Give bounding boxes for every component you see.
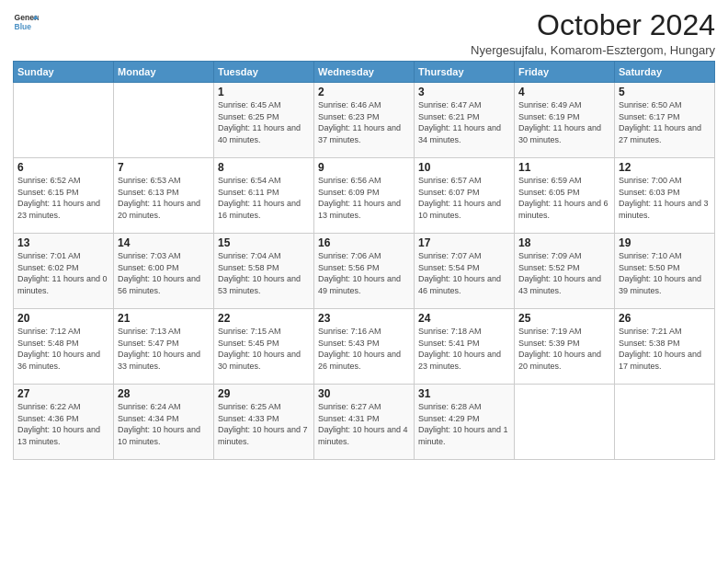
day-number: 25 xyxy=(518,312,610,325)
day-number: 2 xyxy=(318,86,410,98)
day-detail: Sunrise: 6:52 AM Sunset: 6:15 PM Dayligh… xyxy=(17,175,109,221)
calendar-header-wednesday: Wednesday xyxy=(314,62,415,83)
day-number: 26 xyxy=(619,312,711,325)
calendar-cell: 26Sunrise: 7:21 AM Sunset: 5:38 PM Dayli… xyxy=(615,309,715,385)
calendar-week-5: 27Sunrise: 6:22 AM Sunset: 4:36 PM Dayli… xyxy=(14,385,715,460)
day-number: 12 xyxy=(619,161,711,174)
logo-icon: General Blue xyxy=(13,9,39,35)
calendar-cell: 12Sunrise: 7:00 AM Sunset: 6:03 PM Dayli… xyxy=(615,158,715,234)
day-detail: Sunrise: 6:57 AM Sunset: 6:07 PM Dayligh… xyxy=(418,175,510,221)
day-number: 18 xyxy=(518,236,610,249)
day-number: 1 xyxy=(218,86,310,98)
page: General Blue October 2024 Nyergesujfalu,… xyxy=(0,0,728,563)
day-number: 21 xyxy=(118,312,210,325)
day-detail: Sunrise: 7:09 AM Sunset: 5:52 PM Dayligh… xyxy=(518,250,610,296)
header: General Blue October 2024 Nyergesujfalu,… xyxy=(13,9,715,57)
day-number: 19 xyxy=(619,236,711,249)
day-detail: Sunrise: 7:01 AM Sunset: 6:02 PM Dayligh… xyxy=(17,250,109,296)
day-number: 5 xyxy=(619,86,711,98)
calendar-cell: 15Sunrise: 7:04 AM Sunset: 5:58 PM Dayli… xyxy=(214,234,314,309)
day-number: 22 xyxy=(218,312,310,325)
calendar-cell: 18Sunrise: 7:09 AM Sunset: 5:52 PM Dayli… xyxy=(515,234,615,309)
day-number: 24 xyxy=(418,312,510,325)
calendar-cell: 13Sunrise: 7:01 AM Sunset: 6:02 PM Dayli… xyxy=(14,234,114,309)
logo: General Blue xyxy=(13,9,39,35)
day-number: 27 xyxy=(17,387,109,400)
day-number: 7 xyxy=(118,161,210,174)
day-detail: Sunrise: 7:19 AM Sunset: 5:39 PM Dayligh… xyxy=(518,326,610,372)
day-number: 15 xyxy=(218,236,310,249)
day-number: 28 xyxy=(118,387,210,400)
calendar-cell: 25Sunrise: 7:19 AM Sunset: 5:39 PM Dayli… xyxy=(515,309,615,385)
calendar-cell: 28Sunrise: 6:24 AM Sunset: 4:34 PM Dayli… xyxy=(114,385,214,460)
calendar-cell: 8Sunrise: 6:54 AM Sunset: 6:11 PM Daylig… xyxy=(214,158,314,234)
calendar-cell: 1Sunrise: 6:45 AM Sunset: 6:25 PM Daylig… xyxy=(214,83,314,158)
calendar-cell: 2Sunrise: 6:46 AM Sunset: 6:23 PM Daylig… xyxy=(314,83,415,158)
day-detail: Sunrise: 6:50 AM Sunset: 6:17 PM Dayligh… xyxy=(619,99,711,145)
day-detail: Sunrise: 7:16 AM Sunset: 5:43 PM Dayligh… xyxy=(318,326,410,372)
calendar-cell xyxy=(14,83,114,158)
day-detail: Sunrise: 7:15 AM Sunset: 5:45 PM Dayligh… xyxy=(218,326,310,372)
calendar-cell: 29Sunrise: 6:25 AM Sunset: 4:33 PM Dayli… xyxy=(214,385,314,460)
calendar-cell: 30Sunrise: 6:27 AM Sunset: 4:31 PM Dayli… xyxy=(314,385,415,460)
month-title: October 2024 xyxy=(471,9,715,41)
day-number: 14 xyxy=(118,236,210,249)
calendar-header-row: SundayMondayTuesdayWednesdayThursdayFrid… xyxy=(14,62,715,83)
day-detail: Sunrise: 6:53 AM Sunset: 6:13 PM Dayligh… xyxy=(118,175,210,221)
day-detail: Sunrise: 6:54 AM Sunset: 6:11 PM Dayligh… xyxy=(218,175,310,221)
calendar-week-4: 20Sunrise: 7:12 AM Sunset: 5:48 PM Dayli… xyxy=(14,309,715,385)
day-detail: Sunrise: 6:27 AM Sunset: 4:31 PM Dayligh… xyxy=(318,401,410,447)
day-number: 13 xyxy=(17,236,109,249)
day-detail: Sunrise: 7:18 AM Sunset: 5:41 PM Dayligh… xyxy=(418,326,510,372)
day-number: 23 xyxy=(318,312,410,325)
day-detail: Sunrise: 6:45 AM Sunset: 6:25 PM Dayligh… xyxy=(218,99,310,145)
calendar-cell: 24Sunrise: 7:18 AM Sunset: 5:41 PM Dayli… xyxy=(415,309,515,385)
calendar-cell: 14Sunrise: 7:03 AM Sunset: 6:00 PM Dayli… xyxy=(114,234,214,309)
calendar-header-friday: Friday xyxy=(515,62,615,83)
day-number: 11 xyxy=(518,161,610,174)
day-detail: Sunrise: 6:24 AM Sunset: 4:34 PM Dayligh… xyxy=(118,401,210,447)
day-detail: Sunrise: 7:21 AM Sunset: 5:38 PM Dayligh… xyxy=(619,326,711,372)
calendar-cell: 7Sunrise: 6:53 AM Sunset: 6:13 PM Daylig… xyxy=(114,158,214,234)
day-detail: Sunrise: 7:13 AM Sunset: 5:47 PM Dayligh… xyxy=(118,326,210,372)
day-number: 10 xyxy=(418,161,510,174)
day-detail: Sunrise: 7:00 AM Sunset: 6:03 PM Dayligh… xyxy=(619,175,711,221)
title-block: October 2024 Nyergesujfalu, Komarom-Eszt… xyxy=(471,9,715,57)
calendar-cell: 4Sunrise: 6:49 AM Sunset: 6:19 PM Daylig… xyxy=(515,83,615,158)
day-detail: Sunrise: 6:59 AM Sunset: 6:05 PM Dayligh… xyxy=(518,175,610,221)
day-number: 9 xyxy=(318,161,410,174)
day-detail: Sunrise: 7:06 AM Sunset: 5:56 PM Dayligh… xyxy=(318,250,410,296)
calendar-cell: 3Sunrise: 6:47 AM Sunset: 6:21 PM Daylig… xyxy=(415,83,515,158)
day-number: 31 xyxy=(418,387,510,400)
calendar-header-saturday: Saturday xyxy=(615,62,715,83)
day-number: 4 xyxy=(518,86,610,98)
location: Nyergesujfalu, Komarom-Esztergom, Hungar… xyxy=(471,43,715,57)
calendar-cell: 9Sunrise: 6:56 AM Sunset: 6:09 PM Daylig… xyxy=(314,158,415,234)
calendar-header-sunday: Sunday xyxy=(14,62,114,83)
calendar-header-tuesday: Tuesday xyxy=(214,62,314,83)
calendar-cell: 11Sunrise: 6:59 AM Sunset: 6:05 PM Dayli… xyxy=(515,158,615,234)
calendar-cell: 21Sunrise: 7:13 AM Sunset: 5:47 PM Dayli… xyxy=(114,309,214,385)
day-detail: Sunrise: 7:07 AM Sunset: 5:54 PM Dayligh… xyxy=(418,250,510,296)
calendar-week-1: 1Sunrise: 6:45 AM Sunset: 6:25 PM Daylig… xyxy=(14,83,715,158)
calendar-cell: 31Sunrise: 6:28 AM Sunset: 4:29 PM Dayli… xyxy=(415,385,515,460)
calendar-cell: 23Sunrise: 7:16 AM Sunset: 5:43 PM Dayli… xyxy=(314,309,415,385)
calendar-cell: 6Sunrise: 6:52 AM Sunset: 6:15 PM Daylig… xyxy=(14,158,114,234)
day-detail: Sunrise: 6:25 AM Sunset: 4:33 PM Dayligh… xyxy=(218,401,310,447)
day-detail: Sunrise: 7:12 AM Sunset: 5:48 PM Dayligh… xyxy=(17,326,109,372)
day-detail: Sunrise: 6:22 AM Sunset: 4:36 PM Dayligh… xyxy=(17,401,109,447)
svg-text:Blue: Blue xyxy=(15,22,32,31)
calendar-header-monday: Monday xyxy=(114,62,214,83)
calendar-cell: 20Sunrise: 7:12 AM Sunset: 5:48 PM Dayli… xyxy=(14,309,114,385)
calendar-cell xyxy=(615,385,715,460)
day-number: 30 xyxy=(318,387,410,400)
calendar-week-2: 6Sunrise: 6:52 AM Sunset: 6:15 PM Daylig… xyxy=(14,158,715,234)
day-detail: Sunrise: 6:47 AM Sunset: 6:21 PM Dayligh… xyxy=(418,99,510,145)
day-number: 3 xyxy=(418,86,510,98)
day-detail: Sunrise: 6:28 AM Sunset: 4:29 PM Dayligh… xyxy=(418,401,510,447)
calendar-cell: 17Sunrise: 7:07 AM Sunset: 5:54 PM Dayli… xyxy=(415,234,515,309)
calendar-cell xyxy=(515,385,615,460)
day-detail: Sunrise: 7:04 AM Sunset: 5:58 PM Dayligh… xyxy=(218,250,310,296)
day-detail: Sunrise: 7:03 AM Sunset: 6:00 PM Dayligh… xyxy=(118,250,210,296)
day-number: 6 xyxy=(17,161,109,174)
